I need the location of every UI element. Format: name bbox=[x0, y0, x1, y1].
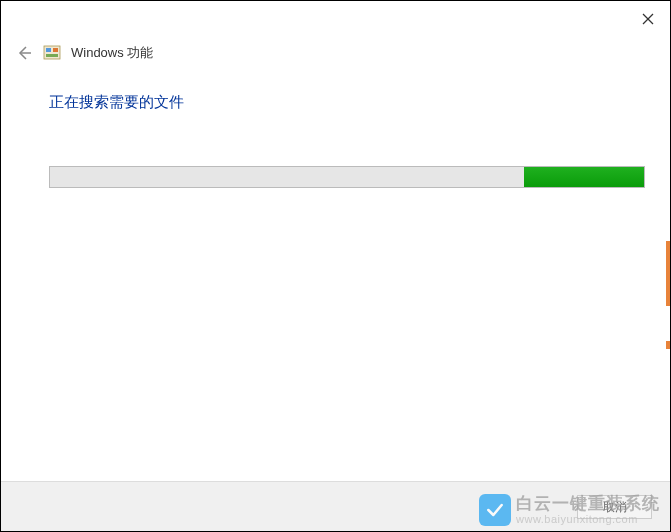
svg-rect-6 bbox=[46, 54, 58, 57]
progress-bar bbox=[49, 166, 645, 188]
status-message: 正在搜索需要的文件 bbox=[49, 93, 184, 112]
side-accent-decoration bbox=[666, 341, 670, 349]
dialog-header: Windows 功能 bbox=[15, 44, 153, 62]
side-accent-decoration bbox=[666, 241, 670, 306]
progress-fill bbox=[524, 167, 644, 187]
windows-features-icon bbox=[43, 44, 61, 62]
back-button[interactable] bbox=[15, 44, 33, 62]
close-icon bbox=[642, 13, 654, 25]
dialog-title: Windows 功能 bbox=[71, 44, 153, 62]
close-button[interactable] bbox=[640, 11, 656, 27]
svg-rect-5 bbox=[53, 48, 58, 52]
svg-rect-3 bbox=[44, 46, 60, 59]
cancel-button[interactable]: 取消 bbox=[577, 495, 652, 519]
back-arrow-icon bbox=[16, 45, 32, 61]
svg-rect-4 bbox=[46, 48, 51, 52]
dialog-window: Windows 功能 正在搜索需要的文件 取消 白云一键重装系统 www.bai… bbox=[0, 0, 671, 532]
dialog-footer: 取消 bbox=[1, 481, 670, 531]
